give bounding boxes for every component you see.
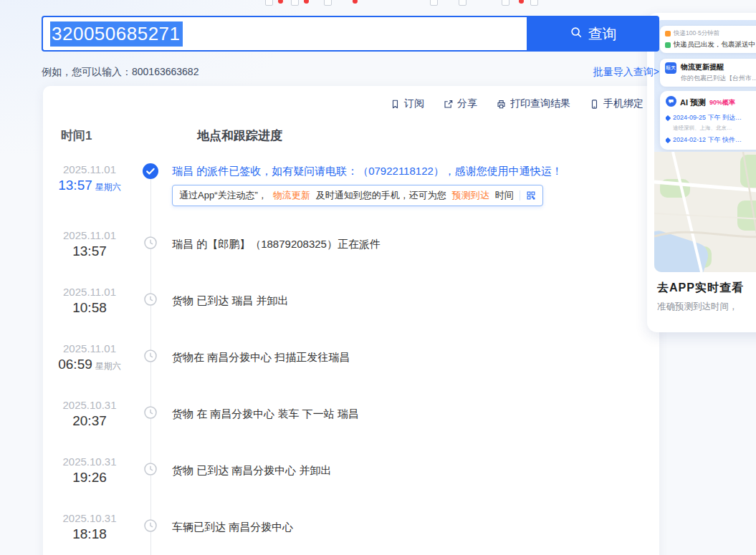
ai-route-line: 途经深圳、上海、北京…	[666, 125, 756, 132]
nav-icon[interactable]	[459, 0, 466, 6]
result-actions: 订阅 分享 打印查询结果 手机绑定	[390, 97, 643, 110]
phone-bind-label: 手机绑定	[603, 97, 643, 110]
nav-icon[interactable]	[530, 0, 538, 6]
notification-title: 物流更新提醒	[681, 62, 756, 72]
timeline-row: 2025.11.0106:59星期六货物在 南昌分拨中心 扫描正发往瑞昌	[43, 332, 659, 389]
event-time-line: 20:37	[43, 413, 136, 429]
push-notification-2: 顺天 物流更新提醒 你的包裹已到达【台州市…	[660, 59, 756, 87]
subscribe-label: 订阅	[404, 97, 424, 110]
nav-icon[interactable]	[430, 0, 438, 6]
status-pending-clock-icon	[144, 519, 157, 532]
event-time: 13:57	[58, 178, 92, 193]
map-preview	[654, 152, 756, 272]
event-time-line: 19:26	[43, 470, 136, 486]
truck-icon	[665, 42, 671, 48]
printer-icon	[496, 99, 507, 110]
print-button[interactable]: 打印查询结果	[496, 97, 570, 110]
tracking-number-value: 320050685271	[50, 21, 183, 47]
event-date: 2025.11.01	[43, 229, 136, 241]
query-button[interactable]: 查询	[527, 16, 659, 52]
event-datetime: 2025.11.0113:57星期六	[43, 163, 136, 193]
push-notification-1: 快递100·5分钟前 快递员已出发，包裹派送中…	[660, 26, 756, 53]
notification-badge	[304, 0, 309, 4]
event-date: 2025.11.01	[43, 342, 136, 354]
event-date: 2025.11.01	[43, 163, 136, 175]
event-time-line: 13:57星期六	[43, 178, 136, 193]
event-description: 瑞昌 的【郎鹏】（18879208325）正在派件	[172, 238, 642, 251]
nav-icon[interactable]	[502, 0, 509, 6]
event-date: 2025.11.01	[43, 286, 136, 298]
phone-bind-button[interactable]: 手机绑定	[589, 97, 643, 110]
column-header-progress: 地点和跟踪进度	[197, 127, 282, 144]
status-pending-clock-icon	[144, 236, 157, 249]
event-time: 19:26	[72, 470, 107, 485]
status-pending-clock-icon	[144, 463, 157, 476]
event-time-line: 10:58	[43, 300, 136, 316]
status-pending-clock-icon	[144, 406, 157, 419]
column-header-time: 时间1	[61, 127, 92, 144]
ai-prediction-line: 2024-09-25 下午 到达…	[673, 113, 742, 122]
event-time: 10:58	[72, 300, 107, 315]
notice-text: 时间	[495, 189, 514, 202]
map-roads	[654, 152, 756, 272]
batch-import-link[interactable]: 批量导入查询>	[593, 66, 659, 79]
event-datetime: 2025.10.3120:37	[43, 399, 136, 429]
search-hint-row: 例如，您可以输入：800163663682 批量导入查询>	[42, 66, 659, 79]
example-hint: 例如，您可以输入：800163663682	[42, 66, 198, 79]
qr-code-icon[interactable]	[520, 190, 536, 201]
app-cta-subtitle: 准确预测到达时间，	[657, 301, 738, 313]
app-promo-card[interactable]: 快递100·5分钟前 快递员已出发，包裹派送中… 顺天 物流更新提醒 你的包裹已…	[647, 13, 756, 332]
timeline-row: 2025.10.3120:37货物 在 南昌分拨中心 装车 下一站 瑞昌	[43, 389, 659, 445]
event-weekday: 星期六	[95, 361, 121, 371]
tracking-number-input[interactable]: 320050685271	[42, 16, 527, 52]
notice-highlight-text: 物流更新	[273, 189, 310, 202]
subscribe-button[interactable]: 订阅	[390, 97, 424, 110]
phone-preview: 快递100·5分钟前 快递员已出发，包裹派送中… 顺天 物流更新提醒 你的包裹已…	[654, 20, 756, 272]
event-description: 瑞昌 的派件已签收，如有疑问请电联：（07922118122），感谢您使用中通快…	[172, 165, 642, 178]
app-promo-notice: 通过App“关注动态”，物流更新及时通知到您的手机，还可为您预测到达时间	[172, 185, 543, 206]
status-signed-check-icon	[143, 163, 158, 179]
notification-text: 你的包裹已到达【台州市…	[681, 74, 756, 83]
timeline-row: 2025.11.0113:57瑞昌 的【郎鹏】（18879208325）正在派件	[43, 219, 659, 276]
notice-text: 及时通知到您的手机，还可为您	[316, 189, 446, 202]
phone-icon	[589, 99, 600, 110]
ai-probability-badge: 90%概率	[709, 98, 735, 107]
ai-chat-icon	[666, 96, 676, 110]
notification-badge	[353, 0, 358, 4]
print-label: 打印查询结果	[510, 97, 570, 110]
notice-text: 通过App“关注动态”，	[179, 189, 267, 202]
ai-prediction-card: AI 预测 90%概率 2024-09-25 下午 到达… 途经深圳、上海、北京…	[660, 91, 756, 150]
share-button[interactable]: 分享	[443, 97, 477, 110]
event-datetime: 2025.10.3119:26	[43, 455, 136, 486]
app-cta-title[interactable]: 去APP实时查看	[657, 281, 744, 296]
event-weekday: 星期六	[95, 182, 121, 192]
event-date: 2025.10.31	[43, 512, 136, 524]
nav-icon[interactable]	[265, 0, 273, 6]
status-pending-clock-icon	[144, 349, 157, 362]
tracking-search-bar: 320050685271 查询	[42, 16, 659, 52]
diamond-marker-icon	[666, 137, 671, 143]
ai-label: AI 预测	[680, 97, 706, 108]
event-description: 货物 在 南昌分拨中心 装车 下一站 瑞昌	[172, 407, 642, 421]
notification-text: 快递员已出发，包裹派送中…	[674, 40, 756, 49]
event-datetime: 2025.10.3118:18	[43, 512, 136, 542]
notification-source: 快递100·5分钟前	[674, 29, 719, 38]
event-time: 18:18	[72, 526, 107, 541]
timeline-row: 2025.10.3119:26货物 已到达 南昌分拨中心 并卸出	[43, 445, 659, 502]
share-icon	[443, 99, 454, 110]
status-pending-clock-icon	[144, 293, 157, 306]
event-time-line: 18:18	[43, 526, 136, 542]
event-datetime: 2025.11.0113:57	[43, 229, 136, 259]
tracking-result-panel: 订阅 分享 打印查询结果 手机绑定 时间1 地点和跟踪进度 2025.11.01…	[43, 86, 659, 555]
top-nav-fragment	[0, 0, 756, 8]
bookmark-icon	[390, 99, 401, 110]
tracking-timeline: 2025.11.0113:57星期六瑞昌 的派件已签收，如有疑问请电联：（079…	[43, 158, 659, 555]
nav-icon[interactable]	[291, 0, 299, 6]
event-time: 20:37	[72, 413, 107, 428]
ai-prediction-line: 2024-02-12 下午 快件…	[673, 135, 742, 145]
event-time: 06:59	[58, 357, 92, 372]
share-label: 分享	[457, 97, 477, 110]
nav-icon[interactable]	[324, 0, 332, 6]
timeline-row: 2025.11.0113:57星期六瑞昌 的派件已签收，如有疑问请电联：（079…	[43, 158, 659, 219]
event-time-line: 13:57	[43, 243, 136, 259]
